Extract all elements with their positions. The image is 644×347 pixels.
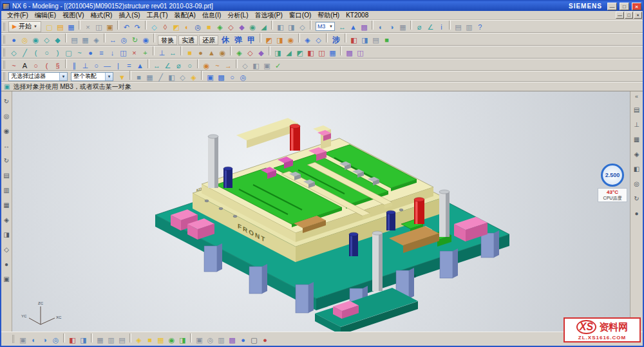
wcs-triad[interactable]: ZC XC YC: [21, 301, 62, 324]
point-on-curve-icon[interactable]: ◉: [30, 35, 41, 45]
ellipse-icon[interactable]: ○: [30, 61, 41, 71]
constraint-perpendicular-icon[interactable]: ⊥: [80, 61, 91, 71]
layer-settings-icon[interactable]: ▦: [95, 335, 106, 345]
pan-icon[interactable]: ↔: [108, 35, 118, 45]
unite-tool-icon[interactable]: ◈: [234, 48, 245, 58]
highlight-select-icon[interactable]: ◎: [238, 72, 249, 82]
immediate-hide-icon[interactable]: ◑: [39, 335, 50, 345]
start-button[interactable]: ▶ 开始 ▼: [8, 21, 41, 32]
clip-work-section-icon[interactable]: ◨: [78, 335, 89, 345]
fit-icon[interactable]: ◉: [140, 35, 151, 45]
part-navigator-icon[interactable]: ▦: [632, 135, 641, 144]
trim-body-icon[interactable]: ◧: [305, 48, 316, 58]
front-view-icon[interactable]: ▤: [2, 171, 12, 180]
hole-icon[interactable]: ◎: [193, 22, 204, 32]
reuse-library-icon[interactable]: ◈: [632, 149, 641, 159]
sheet-body-filter-icon[interactable]: ▦: [144, 72, 155, 82]
snap-point-icon[interactable]: ◎: [19, 35, 30, 45]
selection-scope-combo[interactable]: 整个装配 ▼: [71, 72, 113, 81]
dim-angular-icon[interactable]: ∠: [162, 61, 173, 71]
thicken-icon[interactable]: ◩: [294, 48, 305, 58]
show-and-hide-icon[interactable]: ◑: [386, 22, 397, 32]
text-tool-icon[interactable]: A: [19, 61, 30, 71]
title-bar[interactable]: NX 6 - Modeling - [(2010045)M090152)stru…: [1, 1, 643, 11]
dim-linear-icon[interactable]: ↔: [151, 61, 162, 71]
revolve-icon[interactable]: ◐: [182, 22, 193, 32]
visible-in-view-icon[interactable]: ▤: [117, 335, 128, 345]
top-view-icon[interactable]: ▦: [2, 200, 12, 210]
type-filter-icon[interactable]: ▼: [117, 72, 128, 82]
fit-view-icon[interactable]: ◎: [2, 111, 12, 121]
arc-icon[interactable]: (: [30, 48, 41, 58]
alternate-solution-icon[interactable]: ◧: [251, 61, 261, 71]
dim-radial-icon[interactable]: ⌀: [173, 61, 184, 71]
draft-icon[interactable]: ◢: [283, 48, 294, 58]
minimize-button[interactable]: —: [607, 3, 617, 10]
open-icon[interactable]: ▤: [55, 22, 66, 32]
web-browser-icon[interactable]: ◎: [632, 179, 641, 189]
inside-window-icon[interactable]: ▣: [205, 72, 216, 82]
quick-trim-icon[interactable]: ×: [129, 48, 140, 58]
modeling-app-icon[interactable]: ■: [381, 35, 392, 45]
line-icon[interactable]: ╱: [19, 48, 30, 58]
constraint-horizontal-icon[interactable]: —: [102, 61, 113, 71]
named-view-combo[interactable]: M3 ▼: [316, 22, 335, 31]
fillet-icon[interactable]: ): [52, 48, 63, 58]
hd3d-tools-icon[interactable]: ◧: [632, 164, 641, 174]
toolbar-grip[interactable]: [3, 48, 6, 57]
smooth-spline-icon[interactable]: ~: [212, 61, 223, 71]
resource-bar-handle[interactable]: «: [635, 93, 638, 100]
transparent-display-icon[interactable]: ◐: [375, 22, 386, 32]
helix-icon[interactable]: §: [52, 61, 63, 71]
isometric-view-icon[interactable]: ◈: [2, 215, 12, 225]
object-preferences-icon[interactable]: ▣: [194, 335, 205, 345]
menu-view[interactable]: 视图(V): [59, 11, 87, 20]
orient-iso-icon[interactable]: ◈: [91, 35, 102, 45]
maximize-button[interactable]: □: [620, 3, 629, 10]
menu-assemblies[interactable]: 装配(A): [171, 11, 198, 20]
toolbar-grip[interactable]: [3, 61, 6, 69]
object-info-icon[interactable]: i: [436, 22, 447, 32]
paste-icon[interactable]: ▣: [104, 22, 115, 32]
split-body-icon[interactable]: ◫: [316, 48, 327, 58]
point-icon[interactable]: ●: [85, 48, 96, 58]
help-icon[interactable]: ?: [475, 22, 486, 32]
edit-work-section-icon[interactable]: ◧: [67, 335, 78, 345]
palettes-icon[interactable]: ▩: [227, 335, 238, 345]
solid-body-filter-icon[interactable]: ■: [133, 72, 144, 82]
constraint-navigator-icon[interactable]: ⊥: [632, 120, 641, 129]
menu-format[interactable]: 格式(R): [87, 11, 115, 20]
toolbar-grip[interactable]: [3, 23, 6, 31]
layer-settings-icon[interactable]: ▦: [397, 22, 408, 32]
wave-link-icon[interactable]: ◈: [302, 35, 313, 45]
translucency-button[interactable]: 实透: [178, 35, 198, 45]
menu-preferences[interactable]: 首选项(P): [252, 11, 286, 20]
shell-icon[interactable]: ◨: [272, 48, 283, 58]
edge-filter-icon[interactable]: ◇: [177, 72, 188, 82]
show-all-icon[interactable]: ◎: [50, 335, 61, 345]
studio-spline-icon[interactable]: ~: [74, 48, 85, 58]
view-orient-icon[interactable]: ◧: [275, 22, 286, 32]
ray-traced-studio-icon[interactable]: ◉: [166, 335, 177, 345]
edge-blend-icon[interactable]: ◉: [247, 22, 258, 32]
display-preferences-icon[interactable]: ▣: [2, 274, 12, 284]
mirror-curve-icon[interactable]: ◫: [118, 48, 129, 58]
style-spline-icon[interactable]: ~: [8, 61, 19, 71]
ui-preferences-icon[interactable]: ▥: [216, 335, 227, 345]
scene-settings-icon[interactable]: ■: [144, 335, 155, 345]
window-tile-icon[interactable]: ▥: [464, 22, 475, 32]
offset-region-icon[interactable]: ◨: [274, 35, 285, 45]
move-face-icon[interactable]: ◩: [263, 35, 274, 45]
rotate-view-icon[interactable]: ↻: [2, 156, 12, 165]
constraint-equal-icon[interactable]: =: [124, 61, 135, 71]
redo-icon[interactable]: ↷: [132, 22, 143, 32]
polygon-select-icon[interactable]: ○: [227, 72, 238, 82]
macro-jia-button[interactable]: 甲: [245, 35, 258, 46]
patch-icon[interactable]: ▦: [327, 48, 338, 58]
menu-kt2008[interactable]: KT2008: [343, 11, 372, 20]
close-button[interactable]: ×: [632, 3, 641, 10]
refresh-view-icon[interactable]: ↻: [2, 97, 12, 106]
rectangle-icon[interactable]: ▢: [63, 48, 74, 58]
full-screen-icon[interactable]: ▢: [249, 335, 260, 345]
subtract-tool-icon[interactable]: ◇: [245, 48, 256, 58]
